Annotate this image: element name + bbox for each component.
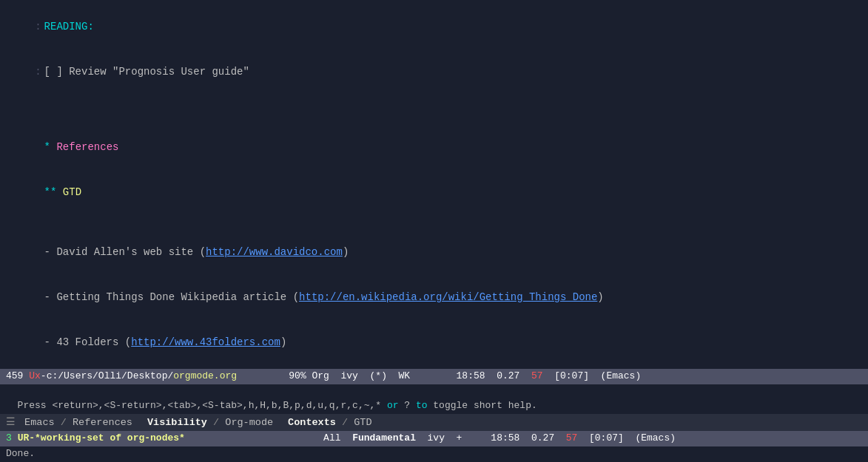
breadcrumb-emacs: Emacs xyxy=(24,415,55,430)
bottom-middle: All xyxy=(185,432,352,446)
status-ux: Ux xyxy=(29,370,41,384)
line-text: ) xyxy=(343,246,349,258)
contexts-label: Contexts xyxy=(288,417,336,428)
editor-line xyxy=(6,214,862,229)
status-path-prefix: -c:/Users/Olli/Desktop/ xyxy=(41,370,173,384)
status-suffix: [0:07] (Emacs) xyxy=(543,370,642,384)
visibility-label: Visibility xyxy=(147,417,207,428)
breadcrumb-sep1: / xyxy=(55,415,73,430)
line-text: ) xyxy=(597,291,603,303)
breadcrumb-icon: ☰ xyxy=(6,415,21,430)
help-line: Press <return>,<S-return>,<tab>,<S-tab>,… xyxy=(0,384,868,414)
breadcrumb-visibility-label: Visibility / Org-mode xyxy=(147,415,273,430)
line-text: - Getting Things Done Wikipedia article … xyxy=(44,291,299,303)
done-text: Done. xyxy=(6,448,35,459)
contexts-value: GTD xyxy=(354,417,371,428)
sep3: / xyxy=(336,417,354,428)
line-text: READING: xyxy=(44,21,94,33)
editor-content: :READING: :[ ] Review "Prognosis User gu… xyxy=(0,0,868,369)
bottom-suffix: [0:07] (Emacs) xyxy=(577,432,676,446)
bottom-mode: Fundamental xyxy=(352,432,416,446)
editor-line: - David Allen's web site (http://www.dav… xyxy=(6,229,862,274)
visibility-value: Org-mode xyxy=(225,417,273,428)
line-gutter: : xyxy=(31,19,41,34)
editor-line: ** GTD xyxy=(6,169,862,214)
editor-line: :READING: xyxy=(6,4,862,50)
line-gutter: : xyxy=(31,64,41,79)
status-line-number: 459 xyxy=(6,370,29,384)
bottom-num: 3 xyxy=(6,432,12,446)
link[interactable]: http://en.wikipedia.org/wiki/Getting_Thi… xyxy=(299,291,597,303)
breadcrumb-contexts-label: Contexts / GTD xyxy=(288,415,371,430)
line-text: ) xyxy=(280,336,286,348)
bottom-buffer-label: UR-*working-set of org-nodes* xyxy=(18,432,185,446)
editor-line: * References xyxy=(6,124,862,169)
editor-line: - 43 Folders (http://www.43folders.com) xyxy=(6,319,862,364)
status-bar-bottom: 3 UR-*working-set of org-nodes* All Fund… xyxy=(0,431,868,446)
subheading-text: GTD xyxy=(63,186,81,198)
help-to: to xyxy=(416,400,428,411)
line-text: [ ] Review "Prognosis User guide" xyxy=(44,66,249,78)
status-middle: 90% Org ivy (*) WK 18:58 0.27 xyxy=(237,370,531,384)
breadcrumb-bar: ☰ Emacs / References Visibility / Org-mo… xyxy=(0,414,868,432)
heading-text: References xyxy=(56,141,118,153)
editor-line: :[ ] Review "Prognosis User guide" xyxy=(6,50,862,95)
editor-line: - Getting Things Done Wikipedia article … xyxy=(6,274,862,319)
breadcrumb-references: References xyxy=(73,415,132,430)
link[interactable]: http://www.43folders.com xyxy=(131,336,280,348)
done-line: Done. xyxy=(0,446,868,462)
bottom-red-num: 57 xyxy=(566,432,578,446)
status-bar-main: 459 Ux-c:/Users/Olli/Desktop/orgmode.org… xyxy=(0,369,868,384)
bottom-right: ivy + 18:58 0.27 xyxy=(416,432,566,446)
bottom-space xyxy=(12,432,18,446)
subheading-star: ** xyxy=(44,186,63,198)
editor-line xyxy=(6,95,862,109)
status-red-num: 57 xyxy=(531,370,543,384)
line-text: - 43 Folders ( xyxy=(44,336,132,348)
heading-star: * xyxy=(44,141,57,153)
status-filename: orgmode.org xyxy=(173,370,237,384)
line-text: - David Allen's web site ( xyxy=(44,246,206,258)
help-or: or xyxy=(387,400,399,411)
editor-line xyxy=(6,109,862,124)
link[interactable]: http://www.davidco.com xyxy=(206,246,343,258)
sep2: / xyxy=(207,417,225,428)
